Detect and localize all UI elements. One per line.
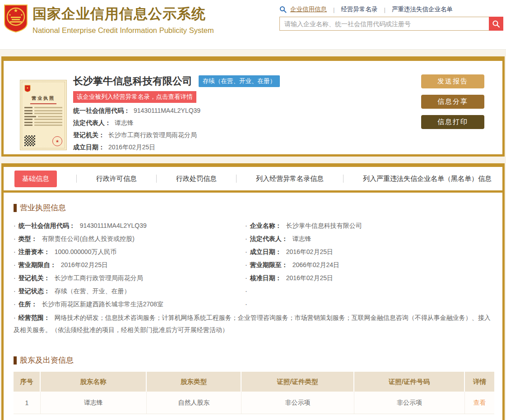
svg-text:★: ★ xyxy=(20,14,23,16)
col-cert-type: 证照/证件类型 xyxy=(241,372,354,392)
field-term-from: 营业期限自：2016年02月25日 xyxy=(14,258,241,272)
tab-admin-license[interactable]: 行政许可信息 xyxy=(96,175,137,183)
search-button[interactable] xyxy=(489,17,503,31)
cell-cert-type: 非公示项 xyxy=(241,392,354,414)
company-name: 长沙掌牛信息科技有限公司 xyxy=(73,74,192,88)
nav-separator: | xyxy=(384,6,386,13)
svg-text:★: ★ xyxy=(14,8,18,13)
search-input[interactable] xyxy=(279,17,489,31)
tab-separator xyxy=(236,175,237,183)
field-establish-date: 成立日期：2016年02月25日 xyxy=(245,245,492,258)
nav-separator: | xyxy=(333,6,335,13)
field-legal-rep: 法定代表人：谭志锋 xyxy=(245,232,492,245)
col-detail: 详情 xyxy=(465,372,494,392)
cell-shareholder-type: 自然人股东 xyxy=(147,392,241,414)
cell-shareholder-name: 谭志锋 xyxy=(41,392,147,414)
license-text-lines xyxy=(24,107,62,126)
share-info-button[interactable]: 信息分享 xyxy=(421,95,484,109)
license-red-line xyxy=(30,103,57,104)
field-approval-date: 核准日期：2016年02月25日 xyxy=(245,272,492,285)
col-seq: 序号 xyxy=(14,372,41,392)
print-info-button[interactable]: 信息打印 xyxy=(421,115,484,129)
search-icon xyxy=(279,6,287,13)
cell-cert-number: 非公示项 xyxy=(354,392,465,414)
tab-basic-info[interactable]: 基础信息 xyxy=(14,171,57,187)
svg-text:★: ★ xyxy=(26,87,28,89)
search-area: 企业信用信息 | 经营异常名录 | 严重违法失信企业名单 xyxy=(279,5,503,31)
nav-link-illegal-list[interactable]: 严重违法失信企业名单 xyxy=(392,5,453,14)
card-field-credit-code: 统一社会信用代码：91430111MA4L2YLQ39 xyxy=(73,107,280,115)
tab-blacklist[interactable]: 列入严重违法失信企业名单（黑名单）信息 xyxy=(363,175,492,183)
field-address: 住所：长沙市雨花区新建西路长城非常生活2708室 xyxy=(14,298,241,311)
abnormal-warning-link[interactable]: 该企业被列入经营异常名录，点击查看详情 xyxy=(73,91,196,103)
shareholder-section-title: 股东及出资信息 xyxy=(14,355,492,365)
search-button-icon xyxy=(492,20,500,28)
field-company-type: 类型：有限责任公司(自然人投资或控股) xyxy=(14,232,241,245)
nav-link-enterprise-credit[interactable]: 企业信用信息 xyxy=(290,5,327,14)
qr-code-icon xyxy=(24,135,35,146)
field-reg-status: 登记状态：存续（在营、开业、在册） xyxy=(14,285,241,298)
card-field-legal-rep: 法定代表人：谭志锋 xyxy=(73,119,280,127)
field-company-name: 企业名称：长沙掌牛信息科技有限公司 xyxy=(245,219,492,232)
card-field-establish-date: 成立日期：2016年02月25日 xyxy=(73,143,280,152)
shareholder-table-header-row: 序号 股东名称 股东类型 证照/证件类型 证照/证件号码 详情 xyxy=(14,372,494,392)
tab-separator xyxy=(343,175,344,183)
site-subtitle: National Enterprise Credit Information P… xyxy=(32,26,214,35)
license-emblem-icon: ★ xyxy=(24,85,31,92)
table-row: 1 谭志锋 自然人股东 非公示项 非公示项 查看 xyxy=(14,392,494,414)
national-emblem-logo: ★ ★ ★ xyxy=(4,4,28,33)
nav-link-abnormal-list[interactable]: 经营异常名录 xyxy=(341,5,378,14)
site-title: 国家企业信用信息公示系统 xyxy=(32,5,214,23)
card-field-reg-authority: 登记机关：长沙市工商行政管理局雨花分局 xyxy=(73,131,280,139)
col-shareholder-name: 股东名称 xyxy=(41,372,147,392)
tab-separator xyxy=(156,175,157,183)
field-business-scope: 经营范围：网络技术的研发；信息技术咨询服务；计算机网络系统工程服务；企业管理咨询… xyxy=(14,312,492,336)
license-title: 营业执照 xyxy=(24,95,62,102)
cell-seq: 1 xyxy=(14,392,41,414)
section-title-bar xyxy=(14,204,17,212)
svg-text:★: ★ xyxy=(9,14,11,16)
detail-panel: 基础信息 行政许可信息 行政处罚信息 列入经营异常名录信息 列入严重违法失信企业… xyxy=(1,163,505,420)
section-title-bar xyxy=(14,356,17,365)
send-report-button[interactable]: 发送报告 xyxy=(421,74,484,88)
license-fields-grid: 统一社会信用代码：91430111MA4L2YLQ39 企业名称：长沙掌牛信息科… xyxy=(14,219,492,336)
tab-admin-penalty[interactable]: 行政处罚信息 xyxy=(176,175,217,183)
status-badge: 存续（在营、开业、在册） xyxy=(199,75,280,87)
field-registered-capital: 注册资本：1000.000000万人民币 xyxy=(14,245,241,258)
business-license-thumbnail: ★ 营业执照 ★ xyxy=(20,80,67,150)
shareholder-table: 序号 股东名称 股东类型 证照/证件类型 证照/证件号码 详情 1 谭志锋 自然… xyxy=(14,372,494,414)
tab-separator xyxy=(76,175,77,183)
license-section-title: 营业执照信息 xyxy=(14,203,492,213)
col-cert-number: 证照/证件号码 xyxy=(354,372,465,392)
company-summary-card: ★ 营业执照 ★ 长沙掌牛信息科技有限公司 存续（在营、开业、在册） xyxy=(1,56,505,157)
tab-bar: 基础信息 行政许可信息 行政处罚信息 列入经营异常名录信息 列入严重违法失信企业… xyxy=(4,167,502,193)
site-header: ★ ★ ★ 国家企业信用信息公示系统 National Enterprise C… xyxy=(0,0,506,50)
view-detail-link[interactable]: 查看 xyxy=(474,399,486,406)
field-credit-code: 统一社会信用代码：91430111MA4L2YLQ39 xyxy=(14,219,241,232)
tab-abnormal-operations[interactable]: 列入经营异常名录信息 xyxy=(256,175,324,183)
red-seal-icon: ★ xyxy=(52,136,62,146)
col-shareholder-type: 股东类型 xyxy=(147,372,241,392)
field-term-to: 营业期限至：2066年02月24日 xyxy=(245,258,492,272)
field-reg-authority: 登记机关：长沙市工商行政管理局雨花分局 xyxy=(14,272,241,285)
